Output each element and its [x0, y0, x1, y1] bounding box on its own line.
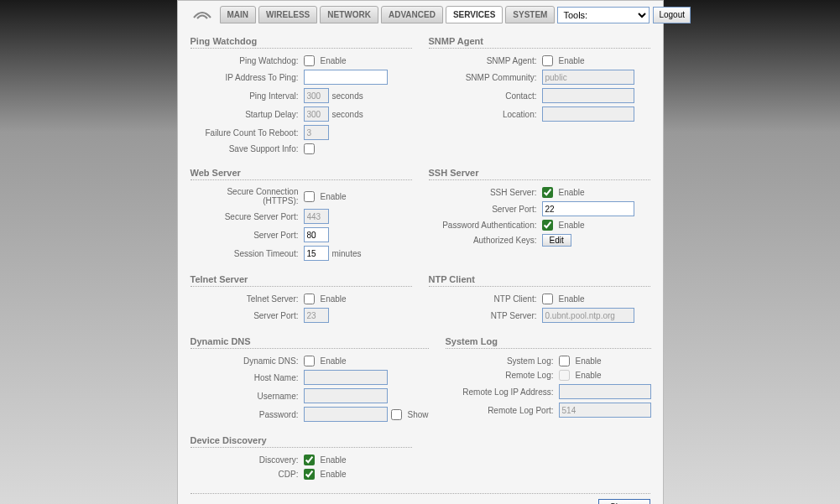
- section-empty: [429, 432, 650, 483]
- ping-enable-label: Ping Watchdog:: [190, 56, 304, 65]
- bottom-bar: Change: [190, 493, 650, 504]
- ssh-enable-text: Enable: [559, 188, 585, 197]
- section-ping-watchdog: Ping Watchdog Ping Watchdog:Enable IP Ad…: [190, 33, 412, 158]
- ddns-host-input[interactable]: [304, 370, 388, 385]
- ssh-title: SSH Server: [429, 164, 650, 180]
- snmp-community-input[interactable]: [542, 70, 634, 85]
- ping-startup-input[interactable]: [304, 107, 329, 122]
- ddns-enable-checkbox[interactable]: [304, 356, 315, 366]
- ping-interval-label: Ping Interval:: [190, 91, 304, 101]
- ssh-enable-checkbox[interactable]: [542, 187, 553, 198]
- ping-save-checkbox[interactable]: [304, 143, 315, 154]
- section-ntp: NTP Client NTP Client:Enable NTP Server:: [429, 271, 650, 326]
- snmp-enable-checkbox[interactable]: [542, 55, 553, 66]
- web-timeout-label: Session Timeout:: [190, 249, 304, 258]
- snmp-enable-text: Enable: [559, 56, 585, 65]
- web-https-checkbox[interactable]: [304, 191, 315, 202]
- main-container: MAIN WIRELESS NETWORK ADVANCED SERVICES …: [177, 0, 664, 504]
- ping-enable-checkbox[interactable]: [304, 55, 315, 66]
- telnet-enable-label: Telnet Server:: [190, 294, 304, 304]
- tab-main[interactable]: MAIN: [220, 6, 257, 23]
- brand-logo-icon: [190, 7, 214, 23]
- web-port-input[interactable]: [304, 227, 329, 242]
- row-web-ssh: Web Server Secure Connection (HTTPS):Ena…: [190, 164, 650, 264]
- section-webserver: Web Server Secure Connection (HTTPS):Ena…: [190, 164, 412, 264]
- cdp-enable-label: CDP:: [190, 470, 304, 479]
- web-secureport-input[interactable]: [304, 209, 329, 224]
- ntp-enable-text: Enable: [559, 294, 585, 304]
- ping-interval-unit: seconds: [332, 91, 363, 101]
- ping-enable-text: Enable: [321, 56, 347, 65]
- section-syslog: System Log System Log:Enable Remote Log:…: [446, 333, 651, 425]
- discovery-enable-text: Enable: [321, 455, 347, 465]
- syslog-port-input[interactable]: [559, 403, 651, 418]
- syslog-remote-checkbox[interactable]: [559, 370, 570, 381]
- ddns-user-label: Username:: [190, 392, 304, 401]
- change-button[interactable]: Change: [598, 499, 650, 504]
- cdp-enable-checkbox[interactable]: [304, 469, 315, 480]
- ddns-pass-label: Password:: [190, 410, 304, 419]
- ssh-port-input[interactable]: [542, 201, 634, 216]
- tab-services[interactable]: SERVICES: [446, 6, 503, 23]
- ping-ip-label: IP Address To Ping:: [190, 73, 304, 82]
- ddns-enable-text: Enable: [321, 356, 347, 366]
- telnet-enable-checkbox[interactable]: [304, 294, 315, 304]
- ping-ip-input[interactable]: [304, 70, 388, 85]
- tools-area: Tools: Logout: [557, 7, 691, 23]
- ping-failcount-input[interactable]: [304, 125, 329, 140]
- syslog-ip-label: Remote Log IP Address:: [446, 387, 559, 397]
- ntp-server-input[interactable]: [542, 308, 634, 323]
- tab-wireless[interactable]: WIRELESS: [258, 6, 317, 23]
- tab-advanced[interactable]: ADVANCED: [381, 6, 443, 23]
- ntp-server-label: NTP Server:: [429, 311, 542, 320]
- snmp-community-label: SNMP Community:: [429, 73, 542, 82]
- syslog-remote-label: Remote Log:: [446, 371, 559, 380]
- ddns-pass-input[interactable]: [304, 407, 388, 422]
- logout-button[interactable]: Logout: [653, 7, 691, 23]
- syslog-enable-text: Enable: [576, 356, 602, 366]
- section-snmp: SNMP Agent SNMP Agent:Enable SNMP Commun…: [429, 33, 650, 158]
- ntp-enable-label: NTP Client:: [429, 294, 542, 304]
- ddns-title: Dynamic DNS: [190, 333, 429, 349]
- tools-select[interactable]: Tools:: [557, 7, 650, 23]
- web-title: Web Server: [190, 164, 412, 180]
- ddns-show-checkbox[interactable]: [391, 409, 402, 420]
- ntp-title: NTP Client: [429, 271, 650, 287]
- web-timeout-input[interactable]: [304, 246, 329, 261]
- row-ddns-syslog: Dynamic DNS Dynamic DNS:Enable Host Name…: [190, 333, 650, 425]
- tab-system[interactable]: SYSTEM: [505, 6, 555, 23]
- ping-title: Ping Watchdog: [190, 33, 412, 49]
- ssh-pwauth-label: Password Authentication:: [429, 221, 542, 230]
- snmp-enable-label: SNMP Agent:: [429, 56, 542, 65]
- telnet-port-input[interactable]: [304, 308, 329, 323]
- section-ddns: Dynamic DNS Dynamic DNS:Enable Host Name…: [190, 333, 429, 425]
- ping-startup-label: Startup Delay:: [190, 110, 304, 119]
- ddns-host-label: Host Name:: [190, 373, 304, 382]
- snmp-location-input[interactable]: [542, 107, 634, 122]
- row-ping-snmp: Ping Watchdog Ping Watchdog:Enable IP Ad…: [190, 33, 650, 158]
- syslog-title: System Log: [446, 333, 651, 349]
- discovery-enable-checkbox[interactable]: [304, 455, 315, 465]
- ssh-keys-edit-button[interactable]: Edit: [542, 234, 571, 247]
- syslog-ip-input[interactable]: [559, 384, 651, 399]
- discovery-enable-label: Discovery:: [190, 455, 304, 465]
- snmp-contact-input[interactable]: [542, 88, 634, 103]
- syslog-enable-checkbox[interactable]: [559, 356, 570, 366]
- tab-network[interactable]: NETWORK: [320, 6, 378, 23]
- snmp-title: SNMP Agent: [429, 33, 650, 49]
- ddns-user-input[interactable]: [304, 388, 388, 403]
- discovery-title: Device Discovery: [190, 432, 412, 448]
- ssh-keys-label: Authorized Keys:: [429, 236, 542, 245]
- web-secureport-label: Secure Server Port:: [190, 212, 304, 221]
- web-timeout-unit: minutes: [332, 249, 362, 258]
- syslog-remote-text: Enable: [576, 371, 602, 380]
- ssh-pwauth-checkbox[interactable]: [542, 220, 553, 231]
- ping-failcount-label: Failure Count To Reboot:: [190, 128, 304, 138]
- syslog-port-label: Remote Log Port:: [446, 406, 559, 415]
- ping-interval-input[interactable]: [304, 88, 329, 103]
- ssh-port-label: Server Port:: [429, 205, 542, 214]
- syslog-enable-label: System Log:: [446, 356, 559, 366]
- row-discovery: Device Discovery Discovery:Enable CDP:En…: [190, 432, 650, 483]
- ntp-enable-checkbox[interactable]: [542, 294, 553, 304]
- row-telnet-ntp: Telnet Server Telnet Server:Enable Serve…: [190, 271, 650, 326]
